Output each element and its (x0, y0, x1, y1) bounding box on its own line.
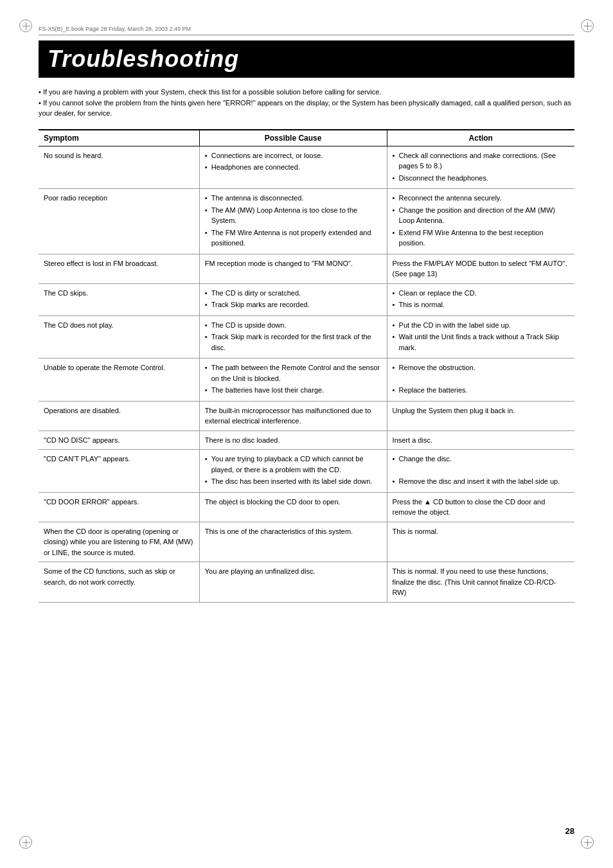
action-cell: Remove the obstruction. Replace the batt… (387, 359, 574, 402)
cause-cell: FM reception mode is changed to "FM MONO… (199, 254, 387, 283)
symptom-cell: Some of the CD functions, such as skip o… (39, 562, 199, 603)
cause-item: Track Skip marks are recorded. (205, 299, 382, 310)
cause-item: The path between the Remote Control and … (205, 362, 382, 384)
intro-text: • If you are having a problem with your … (39, 87, 574, 119)
table-row: Stereo effect is lost in FM broadcast. F… (39, 254, 574, 283)
symptom-cell: When the CD door is operating (opening o… (39, 522, 199, 562)
action-item: Check all connections and make correctio… (393, 150, 569, 172)
cause-cell: You are trying to playback a CD which ca… (199, 450, 387, 493)
action-cell: Put the CD in with the label side up. Wa… (387, 315, 574, 359)
intro-line-2: • If you cannot solve the problem from t… (39, 98, 574, 119)
title-bar: Troubleshooting (39, 40, 574, 78)
table-row: Unable to operate the Remote Control. Th… (39, 359, 574, 402)
troubleshoot-table: Symptom Possible Cause Action No sound i… (39, 129, 574, 603)
table-row: No sound is heard. Connections are incor… (39, 146, 574, 189)
cause-cell: The antenna is disconnected. The AM (MW)… (199, 189, 387, 254)
corner-tr (581, 19, 594, 32)
symptom-cell: "CD CAN'T PLAY" appears. (39, 450, 199, 493)
table-row: The CD skips. The CD is dirty or scratch… (39, 283, 574, 315)
action-item: Disconnect the headphones. (393, 173, 569, 184)
action-item: Change the disc. (393, 454, 569, 465)
table-row: Poor radio reception The antenna is disc… (39, 189, 574, 254)
cause-item: The antenna is disconnected. (205, 193, 382, 204)
symptom-cell: The CD does not play. (39, 315, 199, 359)
cause-cell: The built-in microprocessor has malfunct… (199, 401, 387, 430)
symptom-cell: Stereo effect is lost in FM broadcast. (39, 254, 199, 283)
header-cause: Possible Cause (199, 130, 387, 146)
cause-cell: The CD is dirty or scratched. Track Skip… (199, 283, 387, 315)
cause-cell: Connections are incorrect, or loose. Hea… (199, 146, 387, 189)
action-item: Replace the batteries. (393, 385, 569, 396)
table-row: "CD NO DISC" appears. There is no disc l… (39, 430, 574, 450)
action-cell: Clean or replace the CD. This is normal. (387, 283, 574, 315)
cause-item: The CD is upside down. (205, 320, 382, 331)
cause-item: Connections are incorrect, or loose. (205, 150, 382, 161)
cause-item: Headphones are connected. (205, 162, 382, 173)
action-cell: Press the FM/PLAY MODE button to select … (387, 254, 574, 283)
action-item: Clean or replace the CD. (393, 288, 569, 299)
cause-item: The CD is dirty or scratched. (205, 288, 382, 299)
file-info: FS-X5(B)_E.book Page 28 Friday, March 28… (39, 26, 574, 35)
action-cell: Press the ▲ CD button to close the CD do… (387, 492, 574, 522)
action-item: This is normal. (393, 299, 569, 310)
table-row: "CD DOOR ERROR" appears. The object is b… (39, 492, 574, 522)
cause-cell: The object is blocking the CD door to op… (199, 492, 387, 522)
intro-line-1: • If you are having a problem with your … (39, 87, 574, 98)
cause-item: You are trying to playback a CD which ca… (205, 454, 382, 475)
cause-cell: You are playing an unfinalized disc. (199, 562, 387, 603)
cause-cell: This is one of the characteristics of th… (199, 522, 387, 562)
cause-item: The disc has been inserted with its labe… (205, 476, 382, 487)
table-row: Some of the CD functions, such as skip o… (39, 562, 574, 603)
cause-item: The AM (MW) Loop Antenna is too close to… (205, 205, 382, 226)
symptom-cell: The CD skips. (39, 283, 199, 315)
action-item: Remove the disc and insert it with the l… (393, 476, 569, 487)
page-title: Troubleshooting (48, 46, 565, 73)
corner-tl (19, 19, 32, 32)
cause-item: Track Skip mark is recorded for the firs… (205, 332, 382, 353)
header-symptom: Symptom (39, 130, 199, 146)
symptom-cell: Unable to operate the Remote Control. (39, 359, 199, 402)
page: FS-X5(B)_E.book Page 28 Friday, March 28… (0, 0, 613, 868)
corner-bl (19, 836, 32, 849)
action-cell: This is normal. (387, 522, 574, 562)
symptom-cell: No sound is heard. (39, 146, 199, 189)
cause-cell: The CD is upside down. Track Skip mark i… (199, 315, 387, 359)
action-item: Extend FM Wire Antenna to the best recep… (393, 227, 569, 249)
cause-cell: There is no disc loaded. (199, 430, 387, 450)
action-item: Remove the obstruction. (393, 362, 569, 373)
cause-cell: The path between the Remote Control and … (199, 359, 387, 402)
header-action: Action (387, 130, 574, 146)
action-cell: Change the disc. Remove the disc and ins… (387, 450, 574, 493)
action-cell: Unplug the System then plug it back in. (387, 401, 574, 430)
action-item: Reconnect the antenna securely. (393, 193, 569, 204)
action-cell: Insert a disc. (387, 430, 574, 450)
action-item: Put the CD in with the label side up. (393, 320, 569, 331)
cause-item: The batteries have lost their charge. (205, 385, 382, 396)
action-cell: Check all connections and make correctio… (387, 146, 574, 189)
symptom-cell: Poor radio reception (39, 189, 199, 254)
cause-item: The FM Wire Antenna is not properly exte… (205, 227, 382, 249)
table-row: "CD CAN'T PLAY" appears. You are trying … (39, 450, 574, 493)
symptom-cell: "CD DOOR ERROR" appears. (39, 492, 199, 522)
table-row: The CD does not play. The CD is upside d… (39, 315, 574, 359)
table-row: When the CD door is operating (opening o… (39, 522, 574, 562)
action-item: Wait until the Unit finds a track withou… (393, 332, 569, 353)
symptom-cell: Operations are disabled. (39, 401, 199, 430)
symptom-cell: "CD NO DISC" appears. (39, 430, 199, 450)
corner-br (581, 836, 594, 849)
action-cell: This is normal. If you need to use these… (387, 562, 574, 603)
action-item: Change the position and direction of the… (393, 205, 569, 226)
table-row: Operations are disabled. The built-in mi… (39, 401, 574, 430)
page-number: 28 (565, 826, 574, 836)
action-cell: Reconnect the antenna securely. Change t… (387, 189, 574, 254)
